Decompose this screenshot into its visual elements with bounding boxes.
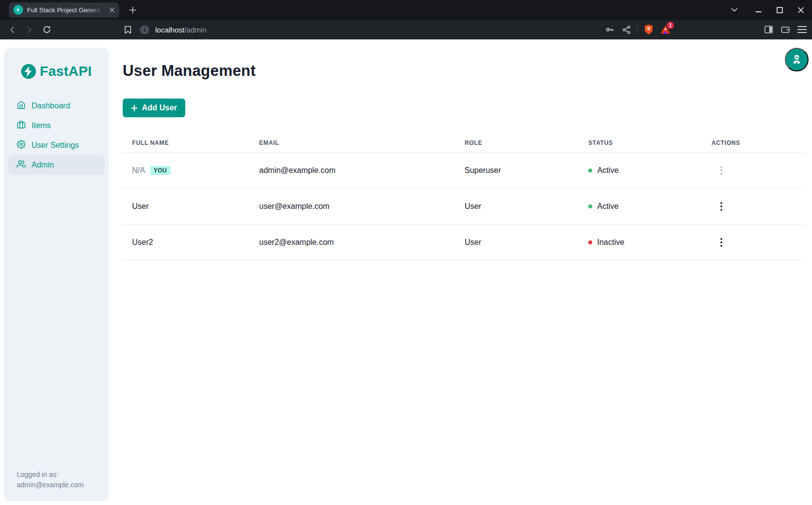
status-dot	[588, 168, 592, 172]
role-value: User	[465, 238, 588, 247]
status-dot	[588, 204, 592, 208]
address-bar[interactable]: i localhost/admin	[140, 25, 206, 34]
sidebar-item-dashboard[interactable]: Dashboard	[8, 96, 105, 116]
browser-chevron-down-icon[interactable]	[731, 8, 738, 12]
status-dot	[588, 240, 592, 244]
table-header-row: FULL NAME EMAIL ROLE STATUS ACTIONS	[123, 133, 804, 153]
browser-tab-bar: Full Stack Project Genera	[0, 0, 812, 20]
row-actions-menu-button	[714, 163, 729, 178]
row-actions-menu-button[interactable]	[714, 235, 729, 250]
back-icon[interactable]	[6, 23, 19, 36]
window-minimize-icon[interactable]	[755, 7, 762, 13]
browser-tab[interactable]: Full Stack Project Genera	[9, 2, 119, 18]
full-name-value: N/A	[132, 166, 145, 175]
plus-icon	[131, 105, 137, 111]
sidebar-menu: Dashboard Items User Settings Admin	[4, 96, 109, 175]
table-row: User user@example.com User Active	[123, 189, 804, 225]
full-name-value: User2	[132, 238, 153, 247]
site-info-icon[interactable]: i	[140, 25, 149, 34]
users-icon	[17, 160, 26, 170]
email-value: user2@example.com	[259, 238, 465, 247]
window-controls	[731, 0, 804, 20]
fastapi-logo-icon	[21, 64, 36, 79]
menu-hamburger-icon[interactable]	[796, 24, 808, 35]
sidebar-item-label: Dashboard	[32, 101, 70, 110]
full-name-value: User	[132, 202, 149, 211]
forward-icon[interactable]	[23, 23, 35, 36]
toolbar-extensions: 1	[604, 20, 671, 39]
main-content: User Management Add User FULL NAME EMAIL…	[109, 39, 812, 505]
url-path: /admin	[184, 26, 206, 34]
email-value: user@example.com	[259, 202, 465, 211]
user-astronaut-icon	[791, 54, 802, 66]
sidebar-item-user-settings[interactable]: User Settings	[8, 135, 105, 155]
sidebar-item-items[interactable]: Items	[8, 116, 105, 135]
fastapi-logo: FastAPI	[4, 64, 109, 79]
status-value: Inactive	[597, 238, 624, 247]
fastapi-favicon-icon	[13, 5, 23, 15]
brave-shield-icon[interactable]	[643, 24, 654, 35]
tab-title: Full Stack Project Genera	[27, 6, 105, 14]
logged-in-email: admin@example.com	[17, 480, 84, 490]
rewards-badge: 1	[667, 22, 674, 29]
password-key-icon[interactable]	[604, 24, 615, 35]
wallet-icon[interactable]	[779, 24, 791, 35]
you-badge: YOU	[150, 166, 170, 175]
browser-toolbar: i localhost/admin 1	[0, 20, 812, 39]
row-actions-menu-button[interactable]	[714, 199, 729, 214]
column-header-actions: ACTIONS	[711, 139, 804, 146]
sidebar-item-label: Admin	[32, 161, 54, 169]
sidebar-item-label: Items	[32, 121, 51, 130]
add-user-button[interactable]: Add User	[123, 99, 185, 117]
app-page: FastAPI Dashboard Items User Settings	[0, 39, 812, 505]
logged-in-info: Logged in as: admin@example.com	[17, 470, 84, 490]
gear-icon	[17, 140, 26, 151]
column-header-status: STATUS	[588, 139, 711, 146]
reload-icon[interactable]	[40, 23, 53, 36]
status-value: Active	[597, 166, 619, 175]
column-header-role: ROLE	[465, 139, 588, 146]
email-value: admin@example.com	[259, 166, 465, 175]
logged-in-label: Logged in as:	[17, 470, 84, 480]
url-host: localhost	[155, 26, 184, 34]
sidebar-item-admin[interactable]: Admin	[8, 155, 105, 175]
role-value: User	[465, 202, 588, 211]
page-title: User Management	[123, 62, 812, 80]
table-row: N/A YOU admin@example.com Superuser Acti…	[123, 153, 804, 189]
tab-close-icon[interactable]	[109, 7, 115, 13]
toolbar-browser-buttons	[763, 20, 808, 39]
column-header-full-name: FULL NAME	[132, 139, 259, 146]
users-table: FULL NAME EMAIL ROLE STATUS ACTIONS N/A …	[123, 133, 804, 261]
home-icon	[17, 101, 26, 111]
status-value: Active	[597, 202, 619, 211]
sidebar: FastAPI Dashboard Items User Settings	[4, 48, 109, 501]
brave-rewards-icon[interactable]: 1	[659, 24, 671, 35]
window-maximize-icon[interactable]	[777, 7, 783, 13]
fastapi-logo-text: FastAPI	[40, 64, 92, 79]
sidebar-toggle-icon[interactable]	[763, 24, 775, 35]
sidebar-item-label: User Settings	[32, 141, 79, 150]
user-menu-button[interactable]	[785, 48, 809, 71]
url-text[interactable]: localhost/admin	[155, 26, 206, 34]
new-tab-button[interactable]	[126, 3, 139, 16]
window-close-icon[interactable]	[798, 7, 804, 13]
toolbar-divider	[637, 25, 638, 34]
bookmark-icon[interactable]	[121, 23, 134, 36]
role-value: Superuser	[465, 166, 588, 175]
column-header-email: EMAIL	[259, 139, 465, 146]
share-icon[interactable]	[620, 24, 632, 35]
table-row: User2 user2@example.com User Inactive	[123, 225, 804, 261]
briefcase-icon	[17, 120, 26, 131]
add-user-label: Add User	[142, 103, 177, 112]
